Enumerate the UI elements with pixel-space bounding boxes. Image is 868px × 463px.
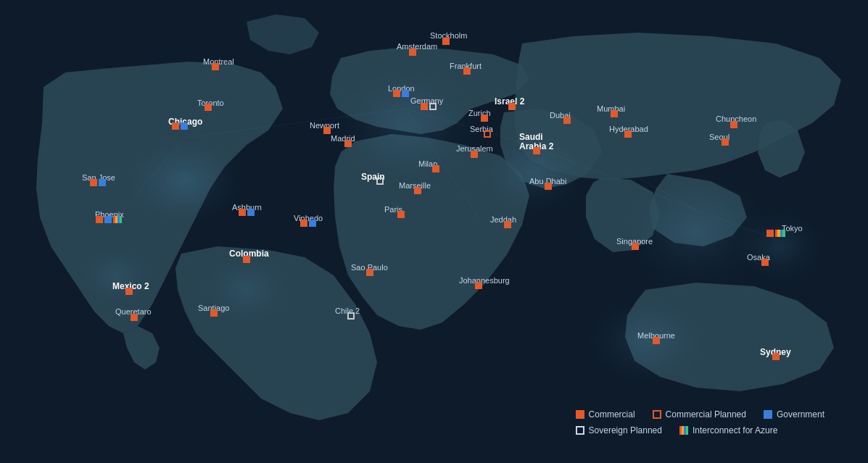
marker-tokyo [766, 230, 785, 237]
marker-paris [397, 211, 405, 218]
legend-government: Government [764, 409, 824, 420]
marker-sydney [772, 353, 780, 360]
marker-marseille [414, 187, 421, 194]
marker-london [393, 90, 409, 97]
marker-queretaro [131, 314, 138, 321]
marker-vinhedo [300, 220, 316, 227]
world-map-svg [0, 0, 868, 463]
marker-zurich [481, 114, 488, 122]
legend-sovereign-planned: Sovereign Planned [576, 425, 662, 435]
svg-point-1 [127, 138, 243, 225]
legend-box-interconnect [679, 426, 688, 435]
legend-label-government: Government [777, 409, 824, 420]
marker-san-jose [90, 179, 106, 186]
marker-chicago [172, 122, 188, 130]
legend-label-commercial: Commercial [589, 409, 635, 420]
marker-chile2 [347, 312, 355, 320]
marker-frankfurt [463, 67, 471, 75]
marker-santiago [210, 309, 218, 317]
map-container: Montreal Toronto Chicago San Jose Phoeni… [0, 0, 868, 463]
legend-box-commercial [576, 410, 584, 419]
legend-commercial: Commercial [576, 409, 635, 420]
marker-serbia [484, 130, 491, 138]
marker-stockholm [442, 38, 450, 45]
marker-toronto [204, 104, 212, 111]
legend-row-1: Commercial Commercial Planned Government [576, 409, 824, 420]
marker-montreal [212, 63, 219, 70]
marker-israel2 [508, 103, 516, 110]
marker-abu-dhabi [545, 183, 552, 190]
legend-box-government [764, 410, 772, 419]
legend: Commercial Commercial Planned Government… [576, 409, 824, 441]
marker-germany [421, 103, 437, 110]
marker-melbourne [653, 337, 660, 344]
marker-jeddah [504, 221, 511, 228]
svg-point-8 [587, 297, 703, 384]
marker-osaka [761, 259, 769, 266]
marker-amsterdam [409, 49, 416, 56]
marker-seoul [722, 138, 729, 146]
svg-point-6 [80, 246, 152, 304]
marker-newnort [323, 127, 331, 134]
marker-hyderabad [624, 130, 632, 138]
marker-singapore [632, 243, 639, 250]
marker-saudi-arabia2 [533, 147, 540, 154]
legend-label-sovereign-planned: Sovereign Planned [589, 425, 662, 435]
legend-label-interconnect: Interconnect for Azure [693, 425, 777, 435]
legend-label-commercial-planned: Commercial Planned [666, 409, 746, 420]
marker-madrid [344, 140, 352, 147]
marker-milan [432, 165, 439, 172]
marker-ashburn [239, 209, 255, 216]
marker-chuncheon [730, 121, 737, 128]
marker-dubai [563, 117, 571, 124]
svg-point-7 [736, 210, 823, 283]
marker-colombia [243, 256, 250, 263]
marker-spain [376, 178, 384, 185]
marker-johannesburg [475, 282, 482, 289]
legend-row-2: Sovereign Planned Interconnect for Azure [576, 425, 824, 435]
marker-phoenix [96, 216, 122, 223]
marker-sao-paulo [366, 269, 373, 276]
marker-mexico2 [125, 288, 133, 295]
marker-mumbai [611, 110, 618, 117]
legend-interconnect: Interconnect for Azure [679, 425, 777, 435]
legend-box-sovereign-planned [576, 426, 584, 435]
legend-box-commercial-planned [653, 410, 661, 419]
svg-point-3 [482, 134, 584, 214]
svg-point-2 [334, 69, 479, 185]
legend-commercial-planned: Commercial Planned [653, 409, 746, 420]
marker-jerusalem [471, 151, 478, 158]
